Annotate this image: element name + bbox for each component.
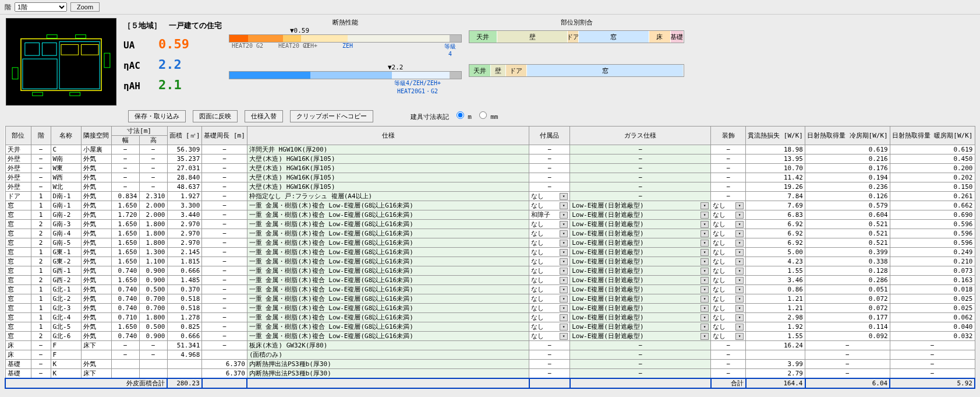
spec-cell[interactable]: 一重 金属・樹脂(木)複合 Low-E複層(G8以上G16未満) [247,229,529,238]
chevron-down-icon[interactable]: ▾ [735,314,744,321]
chevron-down-icon[interactable]: ▾ [700,249,709,256]
dropdown-cell[interactable]: なし▾ [529,266,570,276]
table-row[interactable]: 外壁−W西外気−−28.840−大壁(木造) HGW16K(厚105)−−−11… [5,173,975,182]
spec-cell[interactable]: (面積のみ) [247,350,529,360]
table-row[interactable]: 窓2G東-2外気1.6501.1001.815−一重 金属・樹脂(木)複合 Lo… [5,257,975,266]
dropdown-cell[interactable]: なし▾ [529,192,570,201]
chevron-down-icon[interactable]: ▾ [700,240,709,247]
table-row[interactable]: 窓1G南-2外気1.7202.0003.440−一重 金属・樹脂(木)複合 Lo… [5,210,975,220]
dropdown-cell[interactable]: なし▾ [529,322,570,332]
dropdown-cell[interactable]: なし▾ [529,304,570,313]
dropdown-cell[interactable]: なし▾ [529,313,570,322]
spec-cell[interactable]: 大壁(木造) HGW16K(厚105) [247,154,529,164]
chevron-down-icon[interactable]: ▾ [735,286,744,293]
chevron-down-icon[interactable]: ▾ [560,258,568,265]
chevron-down-icon[interactable]: ▾ [735,221,744,228]
dropdown-cell[interactable]: なし▾ [711,285,746,294]
chevron-down-icon[interactable]: ▾ [700,333,709,340]
table-row[interactable]: 外壁−W北外気−−48.637−大壁(木造) HGW16K(厚105)−−−19… [5,182,975,192]
chevron-down-icon[interactable]: ▾ [700,212,709,219]
spec-cell[interactable]: 一重 金属・樹脂(木)複合 Low-E複層(G8以上G16未満) [247,332,529,341]
dropdown-cell[interactable]: Low-E複層(日射遮蔽型)▾ [570,248,711,257]
dropdown-cell[interactable]: なし▾ [529,201,570,210]
chevron-down-icon[interactable]: ▾ [560,202,568,209]
dropdown-cell[interactable]: Low-E複層(日射遮蔽型)▾ [570,332,711,341]
dropdown-cell[interactable]: Low-E複層(日射遮蔽型)▾ [570,229,711,238]
chevron-down-icon[interactable]: ▾ [700,277,709,284]
reflect-button[interactable]: 図面に反映 [193,110,238,122]
dropdown-cell[interactable]: なし▾ [529,257,570,266]
dropdown-cell[interactable]: Low-E複層(日射遮蔽型)▾ [570,238,711,248]
chevron-down-icon[interactable]: ▾ [700,221,709,228]
chevron-down-icon[interactable]: ▾ [735,249,744,256]
dropdown-cell[interactable]: なし▾ [711,210,746,220]
table-row[interactable]: 外壁−W南外気−−35.237−大壁(木造) HGW16K(厚105)−−−13… [5,154,975,164]
dropdown-cell[interactable]: Low-E複層(日射遮蔽型)▾ [570,285,711,294]
table-row[interactable]: 窓1G東-1外気1.6501.3002.145−一重 金属・樹脂(木)複合 Lo… [5,248,975,257]
dropdown-cell[interactable]: Low-E複層(日射遮蔽型)▾ [570,294,711,304]
chevron-down-icon[interactable]: ▾ [700,268,709,275]
swap-button[interactable]: 仕様入替 [245,110,283,122]
table-row[interactable]: 天井−C小屋裏−−56.309−洋間天井 HGW10K(厚200)−−−18.9… [5,145,975,154]
chevron-down-icon[interactable]: ▾ [560,286,568,293]
dropdown-cell[interactable]: Low-E複層(日射遮蔽型)▾ [570,257,711,266]
spec-cell[interactable]: 板床(木造) GW32K(厚80) [247,341,529,350]
table-row[interactable]: 窓1G北-1外気0.7400.5000.370−一重 金属・樹脂(木)複合 Lo… [5,285,975,294]
dropdown-cell[interactable]: なし▾ [711,322,746,332]
spec-cell[interactable]: 一重 金属・樹脂(木)複合 Low-E複層(G8以上G16未満) [247,220,529,229]
table-row[interactable]: 窓1G北-5外気1.6500.5000.825−一重 金属・樹脂(木)複合 Lo… [5,322,975,332]
chevron-down-icon[interactable]: ▾ [560,277,568,284]
spec-cell[interactable]: 内断熱押出法PS3種b(厚30) [247,369,529,379]
chevron-down-icon[interactable]: ▾ [560,314,568,321]
chevron-down-icon[interactable]: ▾ [735,258,744,265]
chevron-down-icon[interactable]: ▾ [700,324,709,331]
chevron-down-icon[interactable]: ▾ [560,305,568,312]
spec-cell[interactable]: 一重 金属・樹脂(木)複合 Low-E複層(G8以上G16未満) [247,201,529,210]
spec-cell[interactable]: 洋間天井 HGW10K(厚200) [247,145,529,154]
dropdown-cell[interactable]: なし▾ [711,238,746,248]
dropdown-cell[interactable]: なし▾ [529,294,570,304]
dropdown-cell[interactable]: なし▾ [711,248,746,257]
table-row[interactable]: 床−F−−4.968(面積のみ)−−−−− [5,350,975,360]
chevron-down-icon[interactable]: ▾ [735,268,744,275]
chevron-down-icon[interactable]: ▾ [700,202,709,209]
chevron-down-icon[interactable]: ▾ [560,240,568,247]
spec-cell[interactable]: 内断熱押出法PS3種b(厚30) [247,360,529,369]
dropdown-cell[interactable]: Low-E複層(日射遮蔽型)▾ [570,210,711,220]
spec-cell[interactable]: 一重 金属・樹脂(木)複合 Low-E複層(G8以上G16未満) [247,304,529,313]
spec-cell[interactable]: 一重 金属・樹脂(木)複合 Low-E複層(G8以上G16未満) [247,266,529,276]
chevron-down-icon[interactable]: ▾ [700,258,709,265]
dropdown-cell[interactable]: なし▾ [529,332,570,341]
spec-cell[interactable]: 一重 金属・樹脂(木)複合 Low-E複層(G8以上G16未満) [247,285,529,294]
chevron-down-icon[interactable]: ▾ [735,277,744,284]
table-row[interactable]: 窓1G北-4外気0.7101.8001.278−一重 金属・樹脂(木)複合 Lo… [5,313,975,322]
chevron-down-icon[interactable]: ▾ [560,296,568,303]
chevron-down-icon[interactable]: ▾ [700,296,709,303]
chevron-down-icon[interactable]: ▾ [560,333,568,340]
spec-cell[interactable]: 大壁(木造) HGW16K(厚105) [247,182,529,192]
chevron-down-icon[interactable]: ▾ [700,305,709,312]
table-row[interactable]: 窓2G南-4外気1.6501.8002.970−一重 金属・樹脂(木)複合 Lo… [5,229,975,238]
dropdown-cell[interactable]: なし▾ [529,248,570,257]
zoom-button[interactable]: Zoom [70,2,100,12]
spec-cell[interactable]: 一重 金属・樹脂(木)複合 Low-E複層(G8以上G16未満) [247,276,529,285]
chevron-down-icon[interactable]: ▾ [735,212,744,219]
chevron-down-icon[interactable]: ▾ [735,230,744,237]
chevron-down-icon[interactable]: ▾ [735,305,744,312]
floor-select[interactable]: 1階 [15,2,67,12]
save-button[interactable]: 保存・取り込み [128,110,186,122]
table-row[interactable]: 窓1G北-3外気0.7400.7000.518−一重 金属・樹脂(木)複合 Lo… [5,304,975,313]
chevron-down-icon[interactable]: ▾ [560,268,568,275]
table-row[interactable]: 基礎−K外気6.370内断熱押出法PS3種b(厚30)−−−3.99−− [5,360,975,369]
dropdown-cell[interactable]: なし▾ [529,229,570,238]
chevron-down-icon[interactable]: ▾ [560,230,568,237]
chevron-down-icon[interactable]: ▾ [560,324,568,331]
spec-cell[interactable]: 大壁(木造) HGW16K(厚105) [247,164,529,173]
dropdown-cell[interactable]: なし▾ [529,238,570,248]
data-table[interactable]: 部位 階 名称 隣接空間 寸法[m] 面積 [㎡] 基礎周長 [m] 仕様 付属… [5,126,975,389]
spec-cell[interactable]: 一重 金属・樹脂(木)複合 Low-E複層(G8以上G16未満) [247,248,529,257]
dropdown-cell[interactable]: Low-E複層(日射遮蔽型)▾ [570,313,711,322]
spec-cell[interactable]: 枠指定なし 戸:フラッシュ 複層(A4以上) [247,192,529,201]
table-row[interactable]: 窓2G南-5外気1.6501.8002.970−一重 金属・樹脂(木)複合 Lo… [5,238,975,248]
chevron-down-icon[interactable]: ▾ [560,221,568,228]
